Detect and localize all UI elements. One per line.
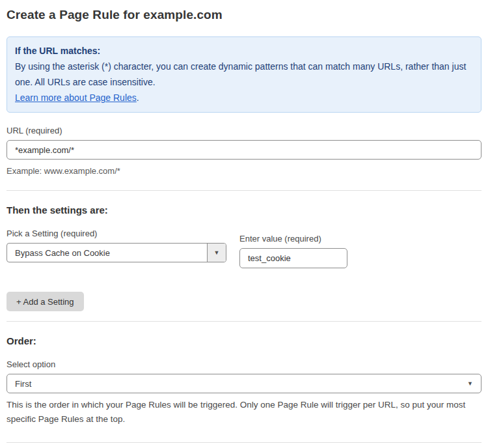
setting-row: Pick a Setting (required) Bypass Cache o… [7,216,481,268]
url-input[interactable] [7,140,481,160]
learn-more-link[interactable]: Learn more about Page Rules [15,92,137,103]
page-title: Create a Page Rule for example.com [7,8,481,22]
divider [7,190,481,191]
setting-value-label: Enter value (required) [239,234,347,244]
link-period: . [137,92,139,103]
setting-picker-label: Pick a Setting (required) [7,229,226,238]
add-setting-button[interactable]: + Add a Setting [7,292,84,311]
setting-picker-select[interactable]: Bypass Cache on Cookie ▼ [7,243,226,262]
setting-picker-column: Pick a Setting (required) Bypass Cache o… [7,216,226,262]
order-selected-value: First [15,379,31,389]
chevron-down-icon: ▼ [214,249,220,256]
info-panel-link-line: Learn more about Page Rules. [15,90,473,105]
info-panel-body: By using the asterisk (*) character, you… [15,59,473,90]
setting-picker-selected-value: Bypass Cache on Cookie [7,244,207,262]
setting-value-input[interactable] [239,248,347,268]
url-match-info-panel: If the URL matches: By using the asteris… [7,36,481,113]
order-select[interactable]: First ▼ [7,374,481,393]
order-helper-text: This is the order in which your Page Rul… [7,398,481,427]
url-field-label: URL (required) [7,126,481,135]
order-select-label: Select option [7,359,481,369]
info-panel-heading: If the URL matches: [15,43,473,59]
settings-section-heading: Then the settings are: [7,204,481,216]
order-section-heading: Order: [7,335,481,346]
page-rule-form: Create a Page Rule for example.com If th… [0,0,488,448]
divider [7,442,481,443]
divider [7,321,481,322]
chevron-down-icon: ▼ [467,380,473,387]
setting-value-column: Enter value (required) [239,221,347,268]
setting-picker-dropdown-button[interactable]: ▼ [207,244,226,262]
url-example-helper: Example: www.example.com/* [7,164,481,178]
